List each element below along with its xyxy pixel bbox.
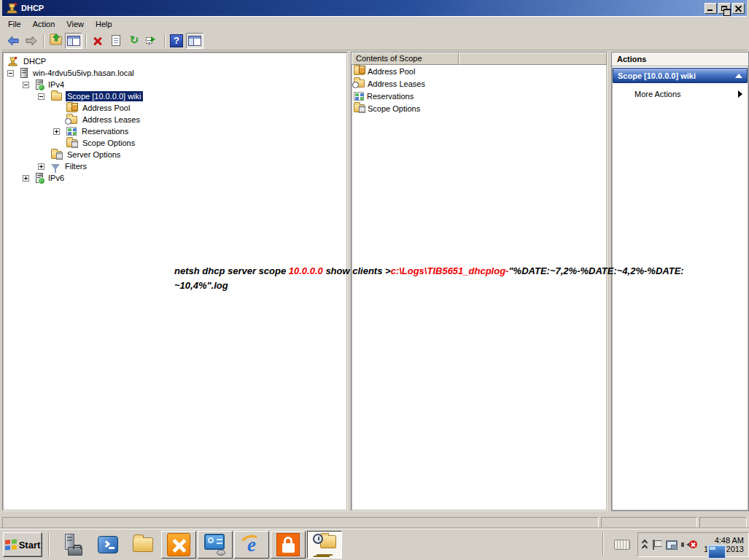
- restore-button[interactable]: [718, 3, 731, 14]
- status-segment-2: [601, 517, 697, 528]
- tree-item-scope-options[interactable]: Scope Options: [3, 137, 347, 149]
- tree-label[interactable]: Filters: [63, 161, 88, 171]
- tree-label[interactable]: Server Options: [66, 149, 122, 160]
- status-bar: [2, 516, 747, 529]
- menu-action[interactable]: Action: [27, 18, 61, 31]
- show-desktop-icon[interactable]: [707, 545, 726, 559]
- help-icon[interactable]: ?: [168, 33, 185, 49]
- export-up-icon[interactable]: [47, 33, 64, 49]
- list-item-label[interactable]: Scope Options: [368, 104, 420, 113]
- more-actions-label: More Actions: [634, 90, 681, 98]
- start-button[interactable]: Start: [3, 532, 42, 557]
- tree-item-ipv4[interactable]: IPv4: [3, 79, 347, 90]
- forward-icon[interactable]: [23, 33, 40, 49]
- column-header-filler[interactable]: [459, 52, 607, 65]
- tree-item-server[interactable]: win-4rdvu5u5ivp.hasan.local: [3, 67, 347, 79]
- menu-file[interactable]: File: [2, 18, 27, 31]
- list-item-label[interactable]: Address Leases: [368, 79, 425, 88]
- show-hidden-icons-chevron[interactable]: [643, 540, 647, 550]
- taskbar-button-dhcp-console[interactable]: [307, 531, 342, 559]
- scope-options-icon: [66, 139, 77, 147]
- collapse-chevron-icon[interactable]: [735, 74, 742, 78]
- actions-pane-title: Actions: [612, 52, 748, 66]
- tree-label[interactable]: Address Pool: [81, 103, 131, 113]
- scope-options-icon: [354, 104, 365, 112]
- menu-view[interactable]: View: [61, 18, 90, 31]
- list-item-address-leases[interactable]: Address Leases: [352, 77, 607, 90]
- volume-muted-icon[interactable]: [683, 540, 696, 550]
- tree-item-ipv6[interactable]: IPv6: [3, 172, 347, 184]
- tree-label[interactable]: Reservations: [80, 126, 130, 136]
- quicklaunch-server-manager[interactable]: [60, 532, 86, 558]
- address-pool-icon: [354, 67, 365, 75]
- list-item-label[interactable]: Address Pool: [368, 67, 415, 76]
- server-options-icon: [51, 151, 62, 159]
- dhcp-console-icon: [313, 534, 336, 556]
- tree-label[interactable]: IPv6: [47, 173, 66, 183]
- title-bar[interactable]: DHCP: [2, 0, 747, 16]
- menu-help[interactable]: Help: [90, 18, 118, 31]
- show-action-pane-icon[interactable]: [186, 33, 203, 49]
- tree-label[interactable]: IPv4: [47, 79, 66, 90]
- minimize-button[interactable]: [705, 3, 717, 14]
- address-leases-icon: [354, 79, 365, 88]
- action-center-flag-icon[interactable]: [652, 540, 661, 550]
- tree-item-server-options[interactable]: Server Options: [3, 149, 347, 160]
- back-icon[interactable]: [4, 33, 22, 49]
- tree-item-filters[interactable]: Filters: [3, 160, 347, 172]
- list-item-reservations[interactable]: Reservations: [352, 90, 607, 102]
- properties-icon[interactable]: [107, 33, 125, 49]
- tree-item-reservations[interactable]: Reservations: [3, 125, 347, 137]
- list-item-scope-options[interactable]: Scope Options: [352, 102, 607, 114]
- export-list-icon[interactable]: [144, 33, 161, 49]
- menu-bar: File Action View Help: [2, 16, 747, 31]
- annotation-line-2: ~10,4%".log: [174, 279, 685, 293]
- server-check-icon: [36, 173, 43, 183]
- collapse-icon[interactable]: [23, 82, 29, 88]
- more-actions-item[interactable]: More Actions: [612, 86, 748, 102]
- refresh-icon[interactable]: ↻: [125, 33, 143, 49]
- actions-group-header[interactable]: Scope [10.0.0.0] wiki: [613, 68, 748, 83]
- network-tray-icon[interactable]: [666, 540, 678, 550]
- tree-item-scope[interactable]: Scope [10.0.0.0] wiki: [3, 90, 347, 102]
- address-leases-icon: [66, 116, 77, 124]
- list-item-address-pool[interactable]: Address Pool: [352, 65, 607, 77]
- tree-label[interactable]: DHCP: [22, 56, 47, 66]
- tree-item-address-leases[interactable]: Address Leases: [3, 114, 347, 125]
- taskbar-button-lock-app[interactable]: [271, 531, 306, 559]
- quicklaunch-windows-explorer[interactable]: [130, 532, 156, 558]
- taskbar-divider: [48, 533, 50, 556]
- dhcp-mmc-window: DHCP File Action View Help: [0, 0, 749, 529]
- tray-time: 4:48 AM: [704, 536, 744, 545]
- start-label: Start: [19, 540, 41, 551]
- expand-icon[interactable]: [53, 128, 60, 135]
- keyboard-layout-icon[interactable]: [614, 540, 630, 550]
- tree-item-dhcp-root[interactable]: DHCP: [3, 55, 347, 67]
- console-work-area: DHCP win-4rdvu5u5ivp.hasan.local IPv4 Sc…: [2, 50, 747, 516]
- list-item-label[interactable]: Reservations: [367, 92, 414, 101]
- column-header-contents[interactable]: Contents of Scope: [352, 52, 459, 65]
- expand-icon[interactable]: [23, 175, 29, 182]
- dhcp-icon: [6, 2, 18, 15]
- desktop-screen: DHCP File Action View Help: [0, 0, 749, 560]
- tree-label[interactable]: win-4rdvu5u5ivp.hasan.local: [31, 68, 136, 78]
- show-console-tree-icon[interactable]: [65, 33, 82, 49]
- reservations-icon: [66, 127, 77, 136]
- taskbar-button-display-settings[interactable]: [198, 531, 233, 559]
- collapse-icon[interactable]: [7, 70, 14, 77]
- powershell-icon: [98, 536, 118, 553]
- window-title: DHCP: [21, 4, 44, 12]
- status-segment-main: [2, 517, 599, 528]
- explorer-folder-icon: [133, 537, 153, 552]
- quicklaunch-powershell[interactable]: [95, 532, 121, 558]
- tree-item-address-pool[interactable]: Address Pool: [3, 102, 347, 114]
- taskbar-button-exchange[interactable]: [161, 531, 196, 559]
- tree-label[interactable]: Scope Options: [81, 138, 136, 148]
- expand-icon[interactable]: [38, 163, 44, 170]
- delete-icon[interactable]: [89, 33, 106, 49]
- collapse-icon[interactable]: [38, 93, 44, 100]
- tree-label[interactable]: Address Leases: [81, 114, 141, 125]
- tree-label-selected[interactable]: Scope [10.0.0.0] wiki: [66, 91, 143, 101]
- taskbar-button-internet-explorer[interactable]: e: [234, 531, 269, 559]
- close-button[interactable]: [732, 3, 745, 14]
